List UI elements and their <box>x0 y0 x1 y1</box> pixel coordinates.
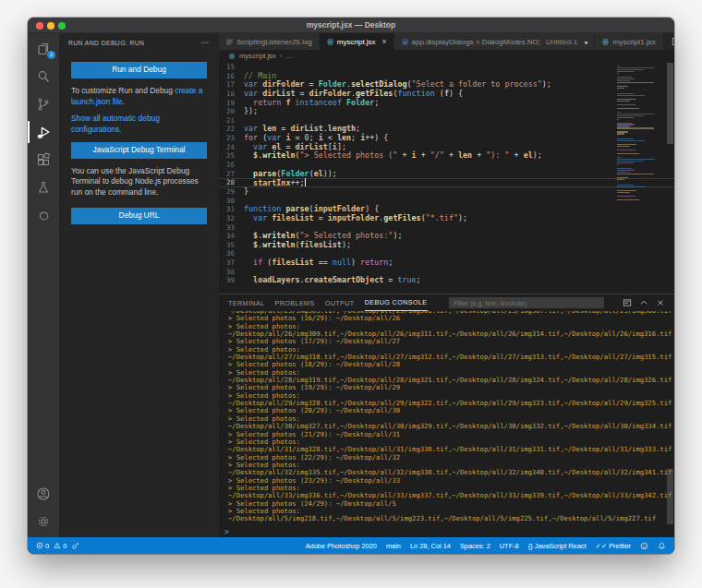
console-prompt-icon: > <box>224 528 229 536</box>
account-button[interactable] <box>28 480 59 508</box>
minimap[interactable] <box>617 64 665 201</box>
split-editor-icon[interactable] <box>672 37 674 46</box>
editor-scrollbar[interactable] <box>666 62 674 294</box>
code-line: 29} <box>219 187 674 197</box>
search-icon <box>36 69 51 84</box>
hand-icon <box>37 209 51 222</box>
activity-bar: 2 <box>28 33 59 537</box>
code-line: 35 $.writeln(filesList); <box>219 241 674 250</box>
panel-header: TERMINAL PROBLEMS OUTPUT DEBUG CONSOLE <box>219 294 674 311</box>
window-title: myscript.jsx — Desktop <box>28 18 674 33</box>
run-and-debug-button[interactable]: Run and Debug <box>71 62 207 78</box>
panel-tab-problems[interactable]: PROBLEMS <box>275 295 315 311</box>
code-line: 25 $.writeln("> Selected photos (" + i +… <box>219 151 674 161</box>
code-editor[interactable]: 1516// Main17var dirFolder = Folder.sele… <box>219 62 674 294</box>
code-line: 15 <box>219 63 674 72</box>
tab-myscript-jsx[interactable]: myscript.jsx × <box>320 33 394 50</box>
status-git-branch[interactable]: main <box>386 542 401 550</box>
status-formatter[interactable]: ✓✓Prettier <box>596 542 631 550</box>
code-line: 19 return f instanceof Folder; <box>219 99 674 108</box>
run-and-debug-sidebar: RUN AND DEBUG: RUN ⋯ Run and Debug To cu… <box>59 33 219 537</box>
sidebar-item-run-and-debug[interactable] <box>28 118 59 146</box>
account-icon <box>36 486 51 501</box>
problems-status[interactable]: 0 0 <box>36 542 67 550</box>
customize-help-text: To customize Run and Debug create a laun… <box>71 86 207 108</box>
settings-button[interactable] <box>28 508 59 535</box>
feedback-button[interactable] <box>640 542 648 550</box>
sidebar-item-source-control[interactable] <box>28 90 59 118</box>
bell-icon <box>658 542 666 550</box>
breadcrumb[interactable]: myscript.jsx › … <box>219 50 674 62</box>
check-icon: ✓✓ <box>596 542 608 550</box>
gear-icon <box>36 514 51 529</box>
close-panel-icon[interactable] <box>656 298 665 307</box>
breadcrumb-more[interactable]: … <box>285 52 293 60</box>
jsx-file-icon <box>601 38 610 46</box>
status-cursor-position[interactable]: Ln 28, Col 14 <box>410 542 451 550</box>
explorer-badge: 2 <box>47 51 55 59</box>
log-file-icon <box>225 38 234 46</box>
notifications-button[interactable] <box>658 542 666 550</box>
text-cursor <box>305 178 306 186</box>
debug-console-output: ~/Desktop/all/25/img305.tif,~/Desktop/al… <box>219 311 674 527</box>
close-window-icon[interactable] <box>36 22 43 30</box>
status-app-name[interactable]: Adobe Photoshop 2020 <box>306 542 377 550</box>
bottom-panel: TERMINAL PROBLEMS OUTPUT DEBUG CONSOLE <box>219 294 674 537</box>
console-line: ~/Desktop/all/5/img218.tif,~/Desktop/all… <box>228 515 674 522</box>
source-control-icon <box>36 97 51 112</box>
code-line: 20}); <box>219 107 674 116</box>
sidebar-item-testing[interactable] <box>28 174 59 201</box>
sidebar-item-extensions[interactable] <box>28 146 59 174</box>
sidebar-item-search[interactable] <box>28 63 59 90</box>
error-count-icon <box>36 542 43 549</box>
run-and-debug-icon <box>36 125 52 140</box>
traffic-lights <box>36 22 66 30</box>
debug-console-input[interactable]: > <box>219 527 674 537</box>
feedback-smiley-icon <box>640 542 648 550</box>
status-bar: 0 0 Adobe Photoshop 2020 main Ln 28, Col… <box>28 537 674 554</box>
dirty-indicator-icon: ● <box>584 39 587 45</box>
editor-tab-bar: ScriptingListenerJS.log myscript.jsx × <box>219 33 674 50</box>
code-line: 39 loadLayers.createSmartObject = true; <box>219 276 674 285</box>
code-line: 32 var filesList = inputFolder.getFiles(… <box>219 214 674 223</box>
jsx-file-icon <box>228 53 236 60</box>
status-language-mode[interactable]: {} JavaScript React <box>528 542 587 550</box>
show-debug-configurations-link[interactable]: Show all automatic debug configurations. <box>71 114 207 136</box>
code-line: 37 if (filesList == null) return; <box>219 258 674 268</box>
debug-status-item[interactable] <box>71 542 79 550</box>
panel-scrollbar-slider[interactable] <box>667 469 673 524</box>
extensions-icon <box>36 152 51 167</box>
tab-sublabel: Untitled-1 <box>546 38 577 46</box>
chevron-right-icon: › <box>280 53 282 59</box>
debug-status-icon <box>71 542 79 550</box>
tab-myscript1-jsx[interactable]: myscript1.jsx <box>595 33 662 50</box>
testing-beaker-icon <box>36 180 51 195</box>
console-filter-box[interactable] <box>449 297 604 308</box>
panel-tab-debug-console[interactable]: DEBUG CONSOLE <box>365 294 428 311</box>
sidebar-item-explorer[interactable]: 2 <box>28 35 59 63</box>
status-encoding[interactable]: UTF-8 <box>500 542 519 550</box>
tab-scriptinglistener-log[interactable]: ScriptingListenerJS.log <box>219 33 320 50</box>
console-filter-input[interactable] <box>454 299 599 307</box>
javascript-debug-terminal-button[interactable]: JavaScript Debug Terminal <box>71 142 207 159</box>
tab-untitled-1[interactable]: app.displayDialogs = DialogModes.NO; Unt… <box>394 33 596 50</box>
breadcrumb-file[interactable]: myscript.jsx <box>239 52 276 60</box>
warning-count-icon <box>54 542 61 549</box>
editor-scrollbar-slider[interactable] <box>667 63 673 144</box>
maximize-panel-icon[interactable] <box>639 298 648 307</box>
code-lines: 1516// Main17var dirFolder = Folder.sele… <box>219 63 674 285</box>
terminal-help-text: You can use the JavaScript Debug Termina… <box>71 166 207 198</box>
sidebar-item-extension-hand[interactable] <box>28 201 59 229</box>
panel-tab-output[interactable]: OUTPUT <box>325 295 355 311</box>
panel-tab-terminal[interactable]: TERMINAL <box>228 295 265 311</box>
vscode-window: myscript.jsx — Desktop 2 <box>28 18 674 554</box>
status-indentation[interactable]: Spaces: 2 <box>460 542 490 550</box>
code-line: 28 startInx++; <box>219 178 674 187</box>
debug-url-button[interactable]: Debug URL <box>71 208 207 224</box>
open-in-editor-icon[interactable] <box>623 298 632 307</box>
sidebar-more-actions-icon[interactable]: ⋯ <box>201 38 210 47</box>
close-tab-icon[interactable]: × <box>382 37 387 46</box>
title-bar: myscript.jsx — Desktop <box>28 18 674 33</box>
minimize-window-icon[interactable] <box>47 22 54 30</box>
zoom-window-icon[interactable] <box>58 22 66 30</box>
